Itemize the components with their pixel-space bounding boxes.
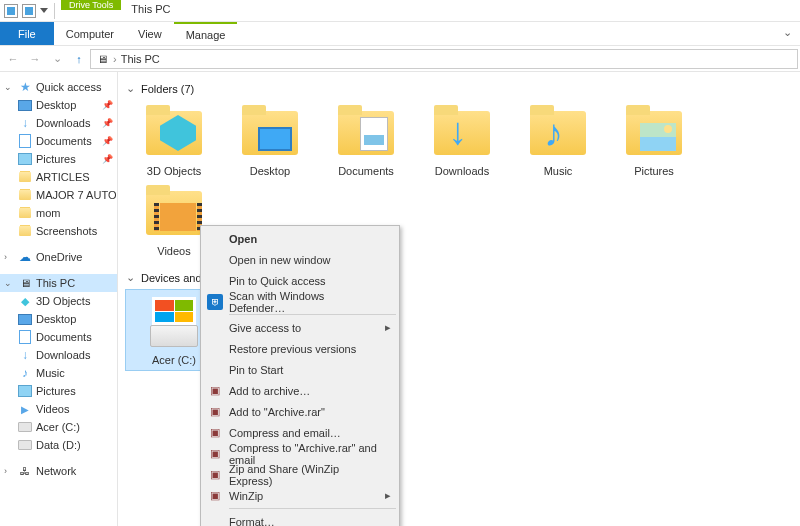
- download-icon: [18, 348, 32, 362]
- context-menu-item[interactable]: Open: [203, 228, 397, 249]
- context-menu-item[interactable]: Pin to Start: [203, 359, 397, 380]
- sidebar-item[interactable]: Pictures📌: [0, 150, 117, 168]
- context-menu-separator: [229, 508, 396, 509]
- context-menu-separator: [229, 314, 396, 315]
- chevron-right-icon[interactable]: ›: [4, 252, 14, 262]
- sidebar-item[interactable]: Pictures: [0, 382, 117, 400]
- video-icon: [18, 402, 32, 416]
- qat-dropdown-icon[interactable]: [40, 8, 48, 16]
- nav-up-icon[interactable]: ↑: [68, 48, 90, 70]
- sidebar-item[interactable]: Music: [0, 364, 117, 382]
- chevron-right-icon[interactable]: ›: [4, 466, 14, 476]
- pin-icon: 📌: [102, 100, 113, 110]
- chevron-down-icon[interactable]: ⌄: [4, 82, 14, 92]
- context-menu-item[interactable]: ▣Zip and Share (WinZip Express): [203, 464, 397, 485]
- folder-tile[interactable]: Documents: [318, 101, 414, 181]
- desktop-icon: [18, 312, 32, 326]
- context-menu-label: WinZip: [229, 490, 263, 502]
- context-menu-label: Add to "Archive.rar": [229, 406, 325, 418]
- context-menu-label: Open: [229, 233, 257, 245]
- shield-icon: ⛨: [207, 294, 223, 310]
- folder-icon: [18, 206, 32, 220]
- sidebar-item[interactable]: Desktop📌: [0, 96, 117, 114]
- context-menu-item[interactable]: ▣Add to archive…: [203, 380, 397, 401]
- quick-access-icon: [18, 80, 32, 94]
- address-chevron-icon[interactable]: ›: [113, 53, 117, 65]
- context-menu-item[interactable]: Format…: [203, 511, 397, 526]
- nav-onedrive[interactable]: › OneDrive: [0, 248, 117, 266]
- context-menu-item[interactable]: ▣Compress and email…: [203, 422, 397, 443]
- sidebar-item[interactable]: Documents: [0, 328, 117, 346]
- chevron-down-icon[interactable]: ⌄: [126, 82, 135, 95]
- nav-network[interactable]: › Network: [0, 462, 117, 480]
- ribbon-expand-icon[interactable]: ⌄: [775, 22, 800, 45]
- tab-computer[interactable]: Computer: [54, 22, 126, 45]
- quick-access-toolbar: [0, 0, 61, 21]
- sidebar-item[interactable]: 3D Objects: [0, 292, 117, 310]
- title-bar: Drive Tools This PC: [0, 0, 800, 22]
- folder-tile[interactable]: Desktop: [222, 101, 318, 181]
- context-menu-label: Open in new window: [229, 254, 331, 266]
- address-bar: ← → ⌄ ↑ › This PC: [0, 46, 800, 72]
- folder-label: 3D Objects: [147, 165, 201, 177]
- nav-recent-icon[interactable]: ⌄: [46, 48, 68, 70]
- sidebar-item[interactable]: Desktop: [0, 310, 117, 328]
- folder-icon: [240, 105, 300, 161]
- context-menu-item[interactable]: Pin to Quick access: [203, 270, 397, 291]
- address-root-icon: [95, 52, 109, 66]
- qat-checkbox[interactable]: [22, 4, 36, 18]
- nav-label: Network: [36, 465, 76, 477]
- sidebar-item[interactable]: Downloads: [0, 346, 117, 364]
- context-menu-item[interactable]: Give access to▸: [203, 317, 397, 338]
- context-menu-item[interactable]: ⛨Scan with Windows Defender…: [203, 291, 397, 312]
- folder-icon: [624, 105, 684, 161]
- nav-label: OneDrive: [36, 251, 82, 263]
- sidebar-item[interactable]: Data (D:): [0, 436, 117, 454]
- sidebar-item-label: Documents: [36, 331, 92, 343]
- context-menu: OpenOpen in new windowPin to Quick acces…: [200, 225, 400, 526]
- context-menu-item[interactable]: ▣WinZip▸: [203, 485, 397, 506]
- folder-tile[interactable]: Pictures: [606, 101, 702, 181]
- archive-icon: ▣: [207, 383, 223, 399]
- chevron-down-icon[interactable]: ⌄: [126, 271, 135, 284]
- group-header-folders[interactable]: ⌄ Folders (7): [126, 82, 796, 95]
- sidebar-item-label: Videos: [36, 403, 69, 415]
- drive-icon: [18, 438, 32, 452]
- context-menu-item[interactable]: Restore previous versions: [203, 338, 397, 359]
- sidebar-item[interactable]: Screenshots: [0, 222, 117, 240]
- nav-quick-access[interactable]: ⌄ Quick access: [0, 78, 117, 96]
- context-menu-item[interactable]: ▣Add to "Archive.rar": [203, 401, 397, 422]
- context-menu-item[interactable]: Open in new window: [203, 249, 397, 270]
- chevron-down-icon[interactable]: ⌄: [4, 278, 14, 288]
- folder-icon: ♪: [528, 105, 588, 161]
- sidebar-item[interactable]: ARTICLES: [0, 168, 117, 186]
- context-menu-label: Compress and email…: [229, 427, 341, 439]
- address-field[interactable]: › This PC: [90, 49, 798, 69]
- network-icon: [18, 464, 32, 478]
- tab-manage[interactable]: Manage: [174, 22, 238, 45]
- sidebar-item[interactable]: Acer (C:): [0, 418, 117, 436]
- sidebar-item-label: Downloads: [36, 349, 90, 361]
- pic-icon: [18, 152, 32, 166]
- nav-back-icon[interactable]: ←: [2, 48, 24, 70]
- context-menu-label: Give access to: [229, 322, 301, 334]
- sidebar-item[interactable]: Documents📌: [0, 132, 117, 150]
- folder-icon: [336, 105, 396, 161]
- submenu-arrow-icon: ▸: [385, 489, 391, 502]
- qat-properties-icon[interactable]: [4, 4, 18, 18]
- tab-view[interactable]: View: [126, 22, 174, 45]
- folder-tile[interactable]: ↓Downloads: [414, 101, 510, 181]
- sidebar-item[interactable]: mom: [0, 204, 117, 222]
- folder-tile[interactable]: 3D Objects: [126, 101, 222, 181]
- sidebar-item[interactable]: MAJOR 7 AUTOMATI: [0, 186, 117, 204]
- sidebar-item[interactable]: Videos: [0, 400, 117, 418]
- doc-icon: [18, 134, 32, 148]
- folder-tile[interactable]: ♪Music: [510, 101, 606, 181]
- nav-this-pc[interactable]: ⌄ This PC: [0, 274, 117, 292]
- pic-icon: [18, 384, 32, 398]
- context-menu-item[interactable]: ▣Compress to "Archive.rar" and email: [203, 443, 397, 464]
- address-segment[interactable]: This PC: [121, 53, 160, 65]
- sidebar-item[interactable]: Downloads📌: [0, 114, 117, 132]
- archive-icon: ▣: [207, 404, 223, 420]
- tab-file[interactable]: File: [0, 22, 54, 45]
